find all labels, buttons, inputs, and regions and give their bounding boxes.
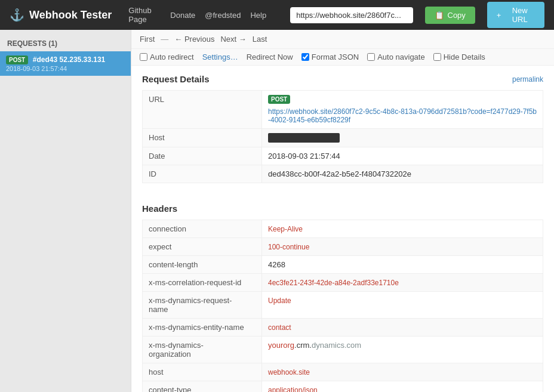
url-method-badge: POST	[268, 95, 290, 104]
nav-first[interactable]: First	[140, 35, 155, 44]
field-key-host: Host	[143, 129, 262, 147]
auto-navigate-item: Auto navigate	[367, 53, 425, 61]
header-value: webhook.site	[262, 363, 543, 381]
header-key: x-ms-dynamics-entity-name	[143, 319, 262, 337]
section-title: Request Details	[142, 74, 210, 84]
header-value: 4268	[262, 256, 543, 274]
nav-github[interactable]: Github Page	[128, 6, 161, 24]
nav-previous[interactable]: ← Previous	[174, 35, 214, 44]
auto-redirect-label[interactable]: Auto redirect	[150, 53, 194, 61]
header-value: yourorg.crm.dynamics.com	[262, 337, 543, 363]
settings-link[interactable]: Settings…	[202, 53, 238, 61]
copy-icon: 📋	[435, 11, 444, 20]
auto-navigate-checkbox[interactable]	[367, 53, 375, 61]
crm-org: yourorg	[268, 341, 294, 350]
field-key-date: Date	[143, 147, 262, 165]
new-url-button[interactable]: + New URL	[487, 2, 544, 28]
field-value-id: ded438cc-b00f-42a2-b5e2-f4804732202e	[262, 165, 543, 183]
header-value: 100-continue	[262, 238, 543, 256]
crm-ext: dynamics.com	[312, 341, 361, 350]
header-value: Keep-Alive	[262, 220, 543, 238]
header-key: content-length	[143, 256, 262, 274]
format-json-item: Format JSON	[301, 53, 359, 61]
request-method-row: POST #ded43 52.235.33.131	[6, 55, 125, 64]
nav-help[interactable]: Help	[250, 11, 266, 20]
format-json-checkbox[interactable]	[301, 53, 309, 61]
table-row: URL POST https://webhook.site/2860f7c2-9…	[143, 91, 543, 129]
table-row: x-ms-dynamics-organization yourorg.crm.d…	[143, 337, 543, 363]
headers-table: connection Keep-Alive expect 100-continu…	[142, 220, 543, 392]
brand-logo[interactable]: ⚓ Webhook Tester	[10, 8, 112, 22]
copy-button[interactable]: 📋 Copy	[425, 7, 475, 24]
header-key: host	[143, 363, 262, 381]
table-row: connection Keep-Alive	[143, 220, 543, 238]
request-details-section: Request Details permalink URL POST https…	[131, 66, 554, 203]
nav-twitter[interactable]: @fredsted	[205, 11, 241, 20]
auto-redirect-item: Auto redirect	[140, 53, 194, 61]
field-key-id: ID	[143, 165, 262, 183]
url-display-input[interactable]	[290, 7, 413, 23]
main-layout: REQUESTS (1) POST #ded43 52.235.33.131 2…	[0, 30, 554, 392]
nav-next[interactable]: Next →	[220, 35, 246, 44]
request-time: 2018-09-03 21:57:44	[6, 65, 125, 72]
header-value: Update	[262, 292, 543, 319]
redirect-now-link[interactable]: Redirect Now	[247, 53, 293, 61]
crm-domain: .crm.	[294, 341, 312, 350]
table-row: Date 2018-09-03 21:57:44	[143, 147, 543, 165]
headers-section-header: Headers	[142, 203, 543, 214]
table-row: content-type application/json	[143, 381, 543, 393]
table-row: Host	[143, 129, 543, 147]
header-key: x-ms-correlation-request-id	[143, 274, 262, 292]
list-item[interactable]: POST #ded43 52.235.33.131 2018-09-03 21:…	[0, 51, 131, 76]
table-row: x-ms-dynamics-request-name Update	[143, 292, 543, 319]
field-value-date: 2018-09-03 21:57:44	[262, 147, 543, 165]
format-json-label[interactable]: Format JSON	[312, 53, 359, 61]
url-cell: POST https://webhook.site/2860f7c2-9c5c-…	[268, 95, 537, 124]
header-value: application/json	[262, 381, 543, 393]
section-header: Request Details permalink	[142, 74, 543, 84]
nav-last[interactable]: Last	[253, 35, 267, 44]
header-nav: Github Page Donate @fredsted Help	[128, 6, 266, 24]
hide-details-item: Hide Details	[433, 53, 485, 61]
auto-navigate-label[interactable]: Auto navigate	[377, 53, 425, 61]
hide-details-label[interactable]: Hide Details	[444, 53, 485, 61]
header-key: x-ms-dynamics-organization	[143, 337, 262, 363]
auto-redirect-checkbox[interactable]	[140, 53, 147, 61]
table-row: expect 100-continue	[143, 238, 543, 256]
sidebar: REQUESTS (1) POST #ded43 52.235.33.131 2…	[0, 30, 131, 392]
method-badge: POST	[6, 55, 28, 64]
brand-title: Webhook Tester	[29, 9, 112, 21]
host-redacted	[268, 133, 340, 143]
header-key: expect	[143, 238, 262, 256]
nav-bar: First — ← Previous Next → Last	[131, 30, 554, 49]
field-value-host	[262, 129, 543, 147]
request-id: #ded43 52.235.33.131	[33, 55, 105, 64]
nav-sep1: —	[161, 35, 168, 44]
header: ⚓ Webhook Tester Github Page Donate @fre…	[0, 0, 554, 30]
header-value: 4ec3fe21-243f-42de-a84e-2adf33e1710e	[262, 274, 543, 292]
plus-icon: +	[497, 11, 501, 20]
header-key: content-type	[143, 381, 262, 393]
nav-donate[interactable]: Donate	[170, 11, 195, 20]
hide-details-checkbox[interactable]	[433, 53, 441, 61]
table-row: ID ded438cc-b00f-42a2-b5e2-f4804732202e	[143, 165, 543, 183]
headers-section: Headers connection Keep-Alive expect 100…	[131, 203, 554, 392]
main-content: First — ← Previous Next → Last Auto redi…	[131, 30, 554, 392]
anchor-icon: ⚓	[10, 8, 24, 22]
detail-table: URL POST https://webhook.site/2860f7c2-9…	[142, 90, 543, 183]
table-row: x-ms-correlation-request-id 4ec3fe21-243…	[143, 274, 543, 292]
header-key: x-ms-dynamics-request-name	[143, 292, 262, 319]
sidebar-title: REQUESTS (1)	[0, 36, 131, 51]
table-row: x-ms-dynamics-entity-name contact	[143, 319, 543, 337]
url-link[interactable]: https://webhook.site/2860f7c2-9c5c-4b8c-…	[268, 107, 537, 124]
field-key-url: URL	[143, 91, 262, 129]
header-key: connection	[143, 220, 262, 238]
headers-title: Headers	[142, 203, 177, 214]
toolbar: Auto redirect Settings… Redirect Now For…	[131, 49, 554, 66]
permalink-link[interactable]: permalink	[512, 75, 543, 84]
table-row: content-length 4268	[143, 256, 543, 274]
field-value-url: POST https://webhook.site/2860f7c2-9c5c-…	[262, 91, 543, 129]
table-row: host webhook.site	[143, 363, 543, 381]
header-value: contact	[262, 319, 543, 337]
